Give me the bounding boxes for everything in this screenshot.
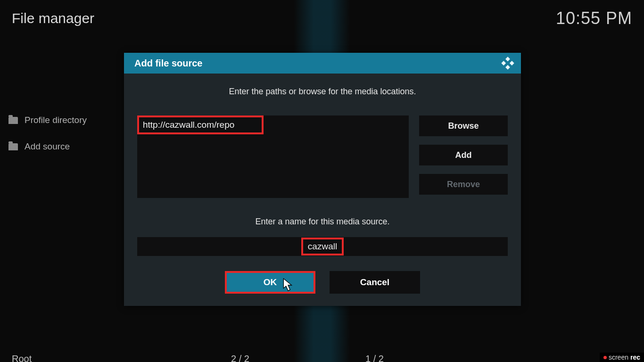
folder-icon xyxy=(8,143,18,150)
clock: 10:55 PM xyxy=(556,8,632,28)
add-button[interactable]: Add xyxy=(419,145,508,165)
remove-button: Remove xyxy=(419,174,508,195)
screenrec-label-bold: rec xyxy=(630,354,640,361)
svg-rect-2 xyxy=(501,61,506,66)
dialog-title: Add file source xyxy=(134,58,202,69)
screenrec-label-thin: screen xyxy=(609,354,628,361)
ok-button[interactable]: OK xyxy=(225,271,315,294)
dialog-instruction-paths: Enter the paths or browse for the media … xyxy=(137,87,508,97)
dialog-titlebar: Add file source xyxy=(124,53,521,74)
sidebar-item-label: Add source xyxy=(25,141,70,152)
path-input[interactable]: http://cazwall.com/repo xyxy=(137,115,264,134)
browse-button[interactable]: Browse xyxy=(419,115,508,136)
footer-page-count-right: 1 / 2 xyxy=(365,354,384,362)
folder-icon xyxy=(8,117,18,124)
footer-root-left: Root xyxy=(12,354,32,362)
sidebar-item-profile-directory[interactable]: Profile directory xyxy=(8,115,87,125)
cancel-button[interactable]: Cancel xyxy=(330,271,420,294)
svg-rect-0 xyxy=(505,57,510,61)
svg-rect-3 xyxy=(510,61,514,66)
source-name-value: cazwall xyxy=(301,238,344,255)
kodi-logo-icon xyxy=(501,57,514,70)
dialog-add-file-source: Add file source Enter the paths or brows… xyxy=(124,53,521,306)
record-dot-icon xyxy=(603,356,607,359)
dialog-instruction-name: Enter a name for this media source. xyxy=(137,217,508,227)
page-title: File manager xyxy=(12,10,94,26)
svg-rect-1 xyxy=(505,65,510,70)
sidebar-item-add-source[interactable]: Add source xyxy=(8,141,70,152)
screenrec-badge: screenrec xyxy=(600,353,644,362)
paths-listbox[interactable]: http://cazwall.com/repo xyxy=(137,115,409,198)
sidebar-item-label: Profile directory xyxy=(25,115,87,125)
footer-page-count-left: 2 / 2 xyxy=(231,354,249,362)
source-name-input[interactable]: cazwall xyxy=(137,237,508,256)
